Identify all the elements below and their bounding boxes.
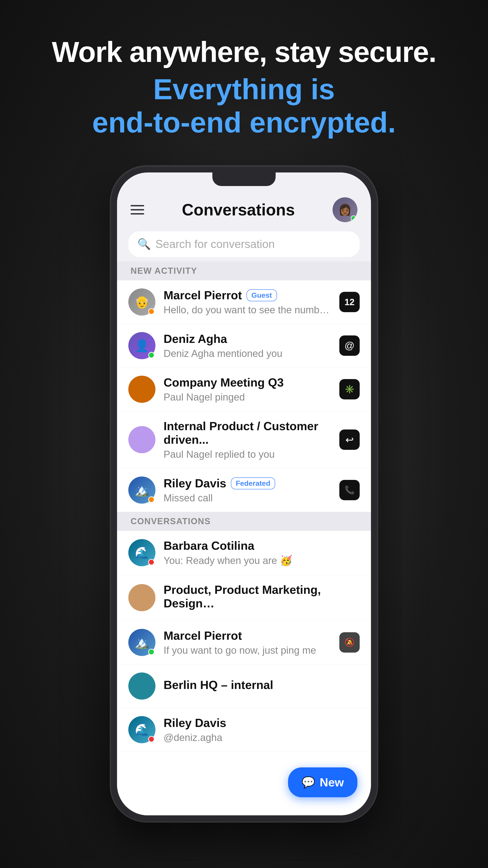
conv-name: Company Meeting Q3 bbox=[164, 376, 284, 389]
phone-screen: Conversations 👩🏾 🔍 Search for conversati… bbox=[117, 173, 371, 815]
menu-button[interactable] bbox=[131, 205, 144, 215]
conv-name: Internal Product / Customer driven... bbox=[164, 419, 335, 446]
phone-frame: Conversations 👩🏾 🔍 Search for conversati… bbox=[111, 166, 377, 822]
headline-section: Work anywhere, stay secure. Everything i… bbox=[52, 36, 436, 139]
avatar: 🌊 bbox=[128, 539, 156, 566]
ping-badge: ✳️ bbox=[339, 379, 360, 399]
conv-name: Riley Davis bbox=[164, 476, 226, 490]
status-badge bbox=[148, 649, 155, 655]
conv-name: Marcel Pierrot bbox=[164, 288, 242, 302]
status-badge bbox=[148, 352, 155, 358]
conv-name: Barbara Cotilina bbox=[164, 539, 254, 553]
new-conv-icon: 💬 bbox=[302, 776, 315, 789]
avatar: 🏔️ bbox=[128, 629, 156, 656]
conv-preview: If you want to go now, just ping me bbox=[164, 645, 335, 656]
list-item[interactable]: 🏔️ Marcel Pierrot If you want to go now,… bbox=[117, 621, 371, 664]
avatar bbox=[128, 584, 156, 611]
conv-preview: You: Ready when you are 🥳 bbox=[164, 555, 360, 566]
federated-badge: Federated bbox=[231, 477, 275, 489]
phone-notch bbox=[213, 173, 275, 186]
list-item[interactable]: 👤 Deniz Agha Deniz Agha mentioned you @ bbox=[117, 324, 371, 368]
section-header-conversations: CONVERSATIONS bbox=[117, 512, 371, 531]
search-bar[interactable]: 🔍 Search for conversation bbox=[128, 231, 360, 257]
conv-body: Marcel Pierrot If you want to go now, ju… bbox=[164, 629, 335, 656]
missed-call-badge: 📞 bbox=[339, 480, 360, 500]
list-item[interactable]: Company Meeting Q3 Paul Nagel pinged ✳️ bbox=[117, 368, 371, 411]
list-item[interactable]: Berlin HQ – internal bbox=[117, 664, 371, 708]
avatar: 👴 bbox=[128, 288, 156, 315]
headline-title: Work anywhere, stay secure. bbox=[52, 36, 436, 68]
online-status-dot bbox=[351, 215, 357, 221]
avatar bbox=[128, 376, 156, 403]
reply-badge: ↩ bbox=[339, 430, 360, 450]
list-item[interactable]: 🌊 Barbara Cotilina You: Ready when you a… bbox=[117, 531, 371, 575]
conv-preview: Missed call bbox=[164, 492, 335, 504]
conv-name: Deniz Agha bbox=[164, 332, 227, 346]
avatar: 🌊 bbox=[128, 716, 156, 743]
avatar bbox=[128, 426, 156, 453]
conv-body: Berlin HQ – internal bbox=[164, 678, 360, 694]
avatar[interactable]: 👩🏾 bbox=[332, 197, 357, 222]
avatar: 👤 bbox=[128, 332, 156, 359]
conv-preview: @deniz.agha bbox=[164, 732, 360, 743]
search-input[interactable]: Search for conversation bbox=[156, 238, 275, 251]
conv-body: Deniz Agha Deniz Agha mentioned you bbox=[164, 332, 335, 359]
avatar bbox=[128, 673, 156, 700]
conv-preview: Hello, do you want to see the number... bbox=[164, 304, 335, 315]
conv-body: Barbara Cotilina You: Ready when you are… bbox=[164, 539, 360, 566]
conv-preview: Deniz Agha mentioned you bbox=[164, 348, 335, 359]
sections-container: NEW ACTIVITY 👴 Marcel Pierrot Gue bbox=[117, 261, 371, 815]
conv-body: Product, Product Marketing, Design… bbox=[164, 583, 360, 612]
conv-body: Riley Davis @deniz.agha bbox=[164, 716, 360, 743]
list-item[interactable]: Product, Product Marketing, Design… bbox=[117, 575, 371, 621]
list-item[interactable]: 🌊 Riley Davis @deniz.agha bbox=[117, 708, 371, 752]
status-badge bbox=[148, 736, 155, 742]
unread-count-badge: 12 bbox=[339, 292, 360, 312]
headline-subtitle: Everything is end-to-end encrypted. bbox=[52, 72, 436, 139]
list-item[interactable]: Internal Product / Customer driven... Pa… bbox=[117, 411, 371, 468]
new-activity-list: 👴 Marcel Pierrot Guest Hello, do you wan… bbox=[117, 280, 371, 815]
conv-body: Marcel Pierrot Guest Hello, do you want … bbox=[164, 288, 335, 315]
conv-name: Product, Product Marketing, Design… bbox=[164, 583, 360, 610]
guest-badge: Guest bbox=[247, 289, 277, 301]
mention-badge: @ bbox=[339, 336, 360, 356]
status-badge bbox=[148, 496, 155, 503]
mute-badge: 🔕 bbox=[339, 632, 360, 653]
avatar: 🏔️ bbox=[128, 476, 156, 504]
conv-preview: Paul Nagel pinged bbox=[164, 392, 335, 403]
conv-body: Riley Davis Federated Missed call bbox=[164, 476, 335, 504]
page-title: Conversations bbox=[182, 200, 295, 219]
new-conv-label: New bbox=[320, 776, 344, 789]
section-header-new-activity: NEW ACTIVITY bbox=[117, 261, 371, 280]
conv-name: Riley Davis bbox=[164, 716, 226, 730]
conv-name: Berlin HQ – internal bbox=[164, 678, 273, 692]
conv-body: Internal Product / Customer driven... Pa… bbox=[164, 419, 335, 460]
search-icon: 🔍 bbox=[137, 238, 151, 250]
section-label: NEW ACTIVITY bbox=[131, 266, 197, 276]
list-item[interactable]: 👴 Marcel Pierrot Guest Hello, do you wan… bbox=[117, 280, 371, 324]
conv-name: Marcel Pierrot bbox=[164, 629, 242, 643]
conv-body: Company Meeting Q3 Paul Nagel pinged bbox=[164, 376, 335, 403]
list-item[interactable]: 🏔️ Riley Davis Federated Missed call 📞 bbox=[117, 468, 371, 512]
status-badge bbox=[148, 559, 155, 565]
status-badge bbox=[148, 308, 155, 315]
new-conversation-button[interactable]: 💬 New bbox=[288, 767, 357, 797]
app-content: Conversations 👩🏾 🔍 Search for conversati… bbox=[117, 173, 371, 815]
conv-preview: Paul Nagel replied to you bbox=[164, 449, 335, 460]
app-header: Conversations 👩🏾 bbox=[117, 186, 371, 229]
section-label: CONVERSATIONS bbox=[131, 517, 211, 526]
